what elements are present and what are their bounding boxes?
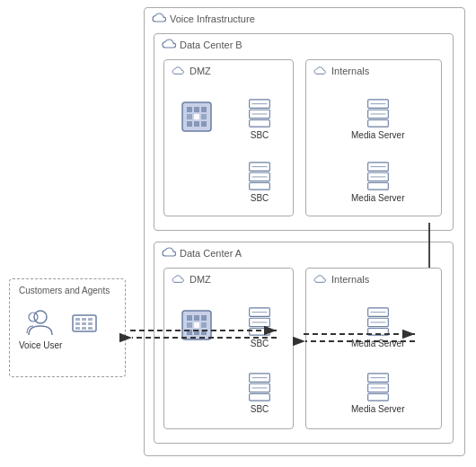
customers-agents-label: Customers and Agents <box>19 286 110 295</box>
svg-rect-14 <box>250 120 270 128</box>
svg-rect-35 <box>194 322 199 328</box>
internals-b-label: Internals <box>331 66 369 76</box>
svg-rect-8 <box>194 121 199 127</box>
sbc-b1: SBC <box>247 98 272 140</box>
firewall-a <box>181 309 213 341</box>
voice-infra-label: Voice Infrastructure <box>170 13 255 24</box>
svg-rect-36 <box>201 322 207 328</box>
firewall-b <box>181 101 213 133</box>
svg-rect-44 <box>250 329 270 336</box>
internals-a-region: Internals Media Server <box>305 268 442 429</box>
svg-rect-6 <box>201 114 207 119</box>
dc-a-label: Data Center A <box>180 248 242 259</box>
svg-rect-67 <box>82 322 86 325</box>
sbc-b2: SBC <box>247 161 272 203</box>
sbc-a1: SBC <box>247 306 272 348</box>
svg-rect-31 <box>187 315 192 321</box>
svg-rect-71 <box>88 327 93 330</box>
media-server-a2-label: Media Server <box>351 404 404 414</box>
media-server-b2: Media Server <box>351 161 404 203</box>
svg-rect-3 <box>201 107 207 112</box>
svg-rect-1 <box>187 107 192 112</box>
svg-rect-54 <box>367 329 388 336</box>
cloud-icon-dmz-a <box>172 273 184 286</box>
svg-rect-65 <box>88 318 93 321</box>
cloud-icon-internals-a <box>313 273 326 286</box>
svg-rect-24 <box>367 120 388 128</box>
voice-infra-region: Voice Infrastructure Data Center B DMZ <box>144 7 465 456</box>
dmz-a-label: DMZ <box>190 274 211 285</box>
cloud-icon-dca <box>162 247 176 260</box>
data-center-b-region: Data Center B DMZ <box>154 33 454 231</box>
media-server-b2-label: Media Server <box>351 193 404 203</box>
svg-rect-66 <box>75 322 80 325</box>
svg-rect-7 <box>187 121 192 127</box>
cloud-icon-voice-infra <box>152 13 166 26</box>
media-server-a2: Media Server <box>351 372 404 414</box>
svg-rect-33 <box>201 315 207 321</box>
svg-rect-59 <box>367 394 388 401</box>
data-center-a-region: Data Center A DMZ <box>154 242 454 444</box>
media-server-b1: Media Server <box>351 98 404 140</box>
svg-rect-5 <box>194 114 199 119</box>
svg-rect-4 <box>187 114 192 119</box>
network-diagram: Voice Infrastructure Data Center B DMZ <box>0 0 476 467</box>
dmz-a-region: DMZ <box>163 268 294 429</box>
sbc-b1-label: SBC <box>251 130 269 140</box>
sbc-a1-label: SBC <box>251 339 269 348</box>
svg-rect-19 <box>250 183 270 190</box>
dc-b-label: Data Center B <box>180 40 242 50</box>
internals-a-label: Internals <box>331 274 369 285</box>
svg-rect-63 <box>75 318 80 321</box>
svg-rect-2 <box>194 107 199 112</box>
svg-rect-68 <box>88 322 93 325</box>
svg-rect-32 <box>194 315 199 321</box>
dmz-b-label: DMZ <box>190 66 211 76</box>
svg-rect-9 <box>201 121 207 127</box>
cloud-icon-dmz-b <box>172 65 184 78</box>
customers-agents-box: Customers and Agents Voice User <box>9 278 126 377</box>
internals-b-region: Internals Media Server <box>305 59 442 216</box>
svg-rect-29 <box>367 183 388 190</box>
media-server-a1: Media Server <box>351 306 404 348</box>
svg-rect-49 <box>250 394 270 401</box>
svg-rect-64 <box>82 318 86 321</box>
svg-point-60 <box>34 311 47 323</box>
voice-user: Voice User <box>19 308 62 350</box>
cloud-icon-dcb <box>162 39 176 52</box>
svg-point-61 <box>29 313 38 322</box>
media-server-a1-label: Media Server <box>351 339 404 348</box>
sbc-b2-label: SBC <box>251 193 269 203</box>
svg-rect-38 <box>194 330 199 335</box>
svg-rect-69 <box>75 327 80 330</box>
cloud-icon-internals-b <box>313 65 326 78</box>
svg-rect-37 <box>187 330 192 335</box>
media-server-b1-label: Media Server <box>351 130 404 140</box>
svg-rect-39 <box>201 330 207 335</box>
svg-rect-34 <box>187 322 192 328</box>
phone <box>71 311 98 338</box>
voice-user-label: Voice User <box>19 340 62 350</box>
sbc-a2-label: SBC <box>251 404 269 414</box>
svg-rect-70 <box>82 327 86 330</box>
sbc-a2: SBC <box>247 372 272 414</box>
dmz-b-region: DMZ <box>163 59 294 216</box>
